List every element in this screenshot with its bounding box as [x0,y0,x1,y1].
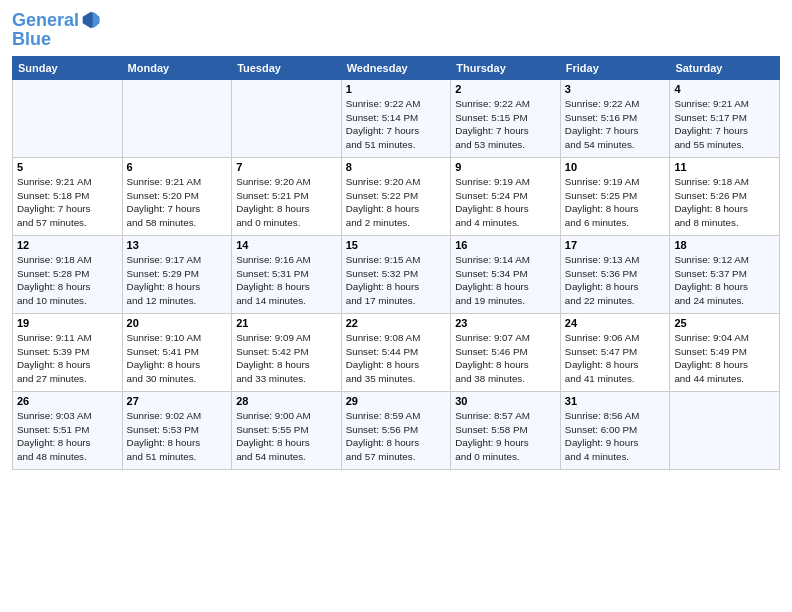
day-info: Sunrise: 9:09 AM Sunset: 5:42 PM Dayligh… [236,331,337,386]
day-number: 5 [17,161,118,173]
day-info: Sunrise: 9:20 AM Sunset: 5:22 PM Dayligh… [346,175,447,230]
day-number: 10 [565,161,666,173]
calendar-week-3: 12Sunrise: 9:18 AM Sunset: 5:28 PM Dayli… [13,236,780,314]
day-info: Sunrise: 9:07 AM Sunset: 5:46 PM Dayligh… [455,331,556,386]
calendar-cell: 9Sunrise: 9:19 AM Sunset: 5:24 PM Daylig… [451,158,561,236]
day-info: Sunrise: 9:03 AM Sunset: 5:51 PM Dayligh… [17,409,118,464]
logo-icon [81,10,101,30]
day-number: 28 [236,395,337,407]
day-info: Sunrise: 9:11 AM Sunset: 5:39 PM Dayligh… [17,331,118,386]
calendar-cell: 16Sunrise: 9:14 AM Sunset: 5:34 PM Dayli… [451,236,561,314]
calendar-cell: 27Sunrise: 9:02 AM Sunset: 5:53 PM Dayli… [122,392,232,470]
calendar-cell: 18Sunrise: 9:12 AM Sunset: 5:37 PM Dayli… [670,236,780,314]
calendar-cell: 26Sunrise: 9:03 AM Sunset: 5:51 PM Dayli… [13,392,123,470]
calendar-cell: 2Sunrise: 9:22 AM Sunset: 5:15 PM Daylig… [451,80,561,158]
day-number: 14 [236,239,337,251]
day-info: Sunrise: 9:19 AM Sunset: 5:25 PM Dayligh… [565,175,666,230]
calendar-header-tuesday: Tuesday [232,57,342,80]
calendar-week-2: 5Sunrise: 9:21 AM Sunset: 5:18 PM Daylig… [13,158,780,236]
day-number: 21 [236,317,337,329]
day-info: Sunrise: 9:20 AM Sunset: 5:21 PM Dayligh… [236,175,337,230]
calendar-cell: 10Sunrise: 9:19 AM Sunset: 5:25 PM Dayli… [560,158,670,236]
calendar-cell [232,80,342,158]
day-number: 12 [17,239,118,251]
day-info: Sunrise: 9:13 AM Sunset: 5:36 PM Dayligh… [565,253,666,308]
day-info: Sunrise: 8:57 AM Sunset: 5:58 PM Dayligh… [455,409,556,464]
day-info: Sunrise: 9:16 AM Sunset: 5:31 PM Dayligh… [236,253,337,308]
day-number: 8 [346,161,447,173]
day-number: 9 [455,161,556,173]
header: General Blue [12,10,780,48]
day-info: Sunrise: 9:14 AM Sunset: 5:34 PM Dayligh… [455,253,556,308]
calendar-cell: 12Sunrise: 9:18 AM Sunset: 5:28 PM Dayli… [13,236,123,314]
calendar-cell: 24Sunrise: 9:06 AM Sunset: 5:47 PM Dayli… [560,314,670,392]
calendar-cell: 6Sunrise: 9:21 AM Sunset: 5:20 PM Daylig… [122,158,232,236]
calendar-cell: 17Sunrise: 9:13 AM Sunset: 5:36 PM Dayli… [560,236,670,314]
day-info: Sunrise: 9:17 AM Sunset: 5:29 PM Dayligh… [127,253,228,308]
day-number: 25 [674,317,775,329]
day-number: 17 [565,239,666,251]
day-number: 2 [455,83,556,95]
logo: General Blue [12,10,101,48]
calendar-header-thursday: Thursday [451,57,561,80]
page-container: General Blue SundayMondayTuesdayWednesda… [0,0,792,480]
calendar-cell: 7Sunrise: 9:20 AM Sunset: 5:21 PM Daylig… [232,158,342,236]
day-number: 26 [17,395,118,407]
day-number: 7 [236,161,337,173]
day-info: Sunrise: 8:59 AM Sunset: 5:56 PM Dayligh… [346,409,447,464]
day-number: 30 [455,395,556,407]
calendar-cell [13,80,123,158]
calendar-week-1: 1Sunrise: 9:22 AM Sunset: 5:14 PM Daylig… [13,80,780,158]
calendar-header-saturday: Saturday [670,57,780,80]
day-number: 6 [127,161,228,173]
calendar-header-row: SundayMondayTuesdayWednesdayThursdayFrid… [13,57,780,80]
day-number: 29 [346,395,447,407]
calendar-cell [670,392,780,470]
calendar-header-monday: Monday [122,57,232,80]
calendar-cell: 21Sunrise: 9:09 AM Sunset: 5:42 PM Dayli… [232,314,342,392]
day-info: Sunrise: 9:22 AM Sunset: 5:16 PM Dayligh… [565,97,666,152]
calendar-header-friday: Friday [560,57,670,80]
day-number: 31 [565,395,666,407]
calendar-cell: 29Sunrise: 8:59 AM Sunset: 5:56 PM Dayli… [341,392,451,470]
calendar-week-4: 19Sunrise: 9:11 AM Sunset: 5:39 PM Dayli… [13,314,780,392]
day-number: 27 [127,395,228,407]
calendar-cell: 4Sunrise: 9:21 AM Sunset: 5:17 PM Daylig… [670,80,780,158]
calendar-table: SundayMondayTuesdayWednesdayThursdayFrid… [12,56,780,470]
calendar-cell: 8Sunrise: 9:20 AM Sunset: 5:22 PM Daylig… [341,158,451,236]
day-number: 18 [674,239,775,251]
day-number: 23 [455,317,556,329]
day-number: 22 [346,317,447,329]
calendar-cell: 1Sunrise: 9:22 AM Sunset: 5:14 PM Daylig… [341,80,451,158]
day-info: Sunrise: 8:56 AM Sunset: 6:00 PM Dayligh… [565,409,666,464]
day-info: Sunrise: 9:08 AM Sunset: 5:44 PM Dayligh… [346,331,447,386]
calendar-cell: 31Sunrise: 8:56 AM Sunset: 6:00 PM Dayli… [560,392,670,470]
calendar-cell: 13Sunrise: 9:17 AM Sunset: 5:29 PM Dayli… [122,236,232,314]
calendar-cell: 22Sunrise: 9:08 AM Sunset: 5:44 PM Dayli… [341,314,451,392]
day-number: 13 [127,239,228,251]
calendar-cell: 30Sunrise: 8:57 AM Sunset: 5:58 PM Dayli… [451,392,561,470]
day-info: Sunrise: 9:21 AM Sunset: 5:20 PM Dayligh… [127,175,228,230]
calendar-header-wednesday: Wednesday [341,57,451,80]
calendar-cell: 15Sunrise: 9:15 AM Sunset: 5:32 PM Dayli… [341,236,451,314]
calendar-cell: 14Sunrise: 9:16 AM Sunset: 5:31 PM Dayli… [232,236,342,314]
day-number: 24 [565,317,666,329]
day-info: Sunrise: 9:02 AM Sunset: 5:53 PM Dayligh… [127,409,228,464]
day-info: Sunrise: 9:21 AM Sunset: 5:17 PM Dayligh… [674,97,775,152]
calendar-cell: 25Sunrise: 9:04 AM Sunset: 5:49 PM Dayli… [670,314,780,392]
day-info: Sunrise: 9:18 AM Sunset: 5:28 PM Dayligh… [17,253,118,308]
logo-text: General [12,11,79,29]
day-info: Sunrise: 9:21 AM Sunset: 5:18 PM Dayligh… [17,175,118,230]
day-info: Sunrise: 9:12 AM Sunset: 5:37 PM Dayligh… [674,253,775,308]
day-info: Sunrise: 9:15 AM Sunset: 5:32 PM Dayligh… [346,253,447,308]
calendar-cell: 23Sunrise: 9:07 AM Sunset: 5:46 PM Dayli… [451,314,561,392]
calendar-cell: 5Sunrise: 9:21 AM Sunset: 5:18 PM Daylig… [13,158,123,236]
calendar-week-5: 26Sunrise: 9:03 AM Sunset: 5:51 PM Dayli… [13,392,780,470]
day-info: Sunrise: 9:00 AM Sunset: 5:55 PM Dayligh… [236,409,337,464]
calendar-cell: 20Sunrise: 9:10 AM Sunset: 5:41 PM Dayli… [122,314,232,392]
day-number: 4 [674,83,775,95]
day-number: 16 [455,239,556,251]
calendar-cell: 11Sunrise: 9:18 AM Sunset: 5:26 PM Dayli… [670,158,780,236]
day-info: Sunrise: 9:04 AM Sunset: 5:49 PM Dayligh… [674,331,775,386]
calendar-cell: 28Sunrise: 9:00 AM Sunset: 5:55 PM Dayli… [232,392,342,470]
